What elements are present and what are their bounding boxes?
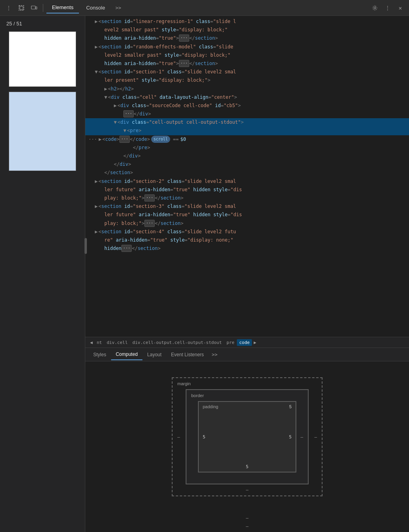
more-options-icon[interactable]: ⋮	[3, 2, 14, 13]
tree-line[interactable]: </div>	[85, 160, 409, 169]
tree-line[interactable]: ▼ <pre>	[85, 127, 409, 135]
kebab-menu-icon[interactable]: ⋮	[382, 2, 393, 13]
slide-preview-white	[9, 31, 76, 87]
breadcrumb-item-code[interactable]: code	[237, 339, 252, 346]
slide-counter: 25 / 51	[3, 19, 25, 28]
bm-padding-label: padding	[203, 404, 218, 409]
tab-styles[interactable]: Styles	[88, 350, 111, 360]
expand-arrow[interactable]: ▶	[95, 203, 98, 210]
bm-padding-left: 5	[203, 434, 205, 440]
ellipsis[interactable]: ···	[179, 35, 189, 42]
tab-event-listeners[interactable]: Event Listeners	[166, 350, 209, 360]
tab-layout[interactable]: Layout	[142, 350, 166, 360]
tab-elements[interactable]: Elements	[46, 2, 79, 13]
bottom-dash-1: —	[246, 515, 249, 520]
tree-line[interactable]: </div>	[85, 152, 409, 160]
tree-line[interactable]: ▼ <div class="cell" data-layout-align="c…	[85, 93, 409, 102]
ellipsis[interactable]: ···	[144, 220, 155, 227]
tree-line[interactable]: ▶ <div class="sourceCode cell-code" id="…	[85, 102, 409, 110]
expand-arrow[interactable]: ▼	[104, 94, 107, 101]
tree-line-breadcrumb[interactable]: ··· ▶ <code>···</code> scroll == $0	[85, 135, 409, 144]
toolbar-separator	[43, 4, 43, 12]
tree-line[interactable]: play: block;" >···</section>	[85, 219, 409, 228]
ellipsis[interactable]: ···	[121, 245, 132, 252]
bm-border-label: border	[191, 393, 204, 398]
settings-icon[interactable]	[369, 2, 380, 13]
tree-line[interactable]: </section>	[85, 169, 409, 177]
tree-line[interactable]: ▶ <section id="section-3" class="slide l…	[85, 202, 409, 211]
expand-arrow[interactable]: ▼	[114, 119, 117, 126]
tree-line[interactable]: ler future" aria-hidden="true" hidden st…	[85, 211, 409, 219]
box-model-area: margin — — — border — padding 5 5 5 5	[85, 361, 409, 512]
svg-rect-3	[36, 7, 37, 9]
tree-line[interactable]: ler present" style="display: block;">	[85, 76, 409, 85]
close-devtools-icon[interactable]: ✕	[395, 2, 406, 13]
tree-line[interactable]: ▼ <section id="section-1" class="slide l…	[85, 68, 409, 76]
ellipsis[interactable]: ···	[119, 136, 130, 143]
slide-preview-blue	[9, 92, 76, 171]
bottom-dashes: — —	[85, 512, 409, 532]
tree-line[interactable]: hidden ···</section>	[85, 244, 409, 253]
breadcrumb-prev-arrow[interactable]: ◀	[88, 340, 94, 345]
breadcrumb-item-pre[interactable]: pre	[224, 339, 237, 346]
bottom-panel-tabs: Styles Computed Layout Event Listeners >…	[85, 348, 409, 361]
ellipsis[interactable]: ···	[123, 110, 134, 117]
tree-line[interactable]: ▶ <section id="linear-regression-1" clas…	[85, 17, 409, 26]
expand-arrow[interactable]: ▶	[95, 18, 98, 25]
slide-preview-panel: 25 / 51	[0, 16, 85, 532]
tab-computed[interactable]: Computed	[111, 349, 142, 360]
tree-line[interactable]: re" aria-hidden="true" style="display: n…	[85, 236, 409, 244]
bm-margin-left: —	[177, 434, 180, 440]
breadcrumb-next-arrow[interactable]: ▶	[252, 340, 258, 345]
bottom-dash-2: —	[246, 524, 249, 529]
expand-arrow[interactable]: ▶	[114, 102, 117, 109]
tab-console[interactable]: Console	[81, 2, 111, 13]
tree-line[interactable]: play: block;" >···</section>	[85, 194, 409, 202]
tree-line[interactable]: ▶ <section id="random-effects-model" cla…	[85, 43, 409, 51]
panel-resize-handle[interactable]	[84, 238, 87, 254]
bm-padding-right: 5	[289, 434, 292, 440]
tree-line[interactable]: </pre>	[85, 144, 409, 152]
tree-line[interactable]: hidden aria-hidden="true" >···</section>	[85, 34, 409, 42]
breadcrumb-item-divcell[interactable]: div.cell	[104, 339, 130, 346]
tree-line[interactable]: ler future" aria-hidden="true" hidden st…	[85, 186, 409, 194]
expand-arrow[interactable]: ▶	[95, 178, 98, 185]
bm-padding-top: 5	[289, 404, 292, 409]
select-element-icon[interactable]	[16, 2, 27, 13]
tree-line[interactable]: ▶ <section id="section-2" class="slide l…	[85, 177, 409, 186]
devtools-toolbar: ⋮ Elements Console >> ⋮ ✕	[0, 0, 409, 16]
svg-point-4	[374, 7, 376, 9]
tab-more-bottom[interactable]: >>	[209, 350, 221, 360]
bm-margin-label: margin	[177, 381, 191, 386]
breadcrumb-item-nt[interactable]: nt	[94, 339, 104, 346]
expand-arrow[interactable]: ▶	[99, 136, 102, 143]
device-toolbar-icon[interactable]	[29, 2, 40, 13]
tab-more[interactable]: >>	[112, 3, 124, 13]
expand-arrow[interactable]: ▶	[104, 85, 107, 93]
toolbar-right: ⋮ ✕	[369, 2, 406, 13]
tree-line[interactable]: level2 smaller past" style="display: blo…	[85, 51, 409, 60]
expand-arrow[interactable]: ▼	[123, 127, 126, 134]
tree-line[interactable]: ▶ <h2></h2>	[85, 85, 409, 93]
bm-margin-bottom: —	[246, 487, 249, 492]
bm-margin-right: —	[314, 434, 317, 440]
html-tree[interactable]: ▶ <section id="linear-regression-1" clas…	[85, 16, 409, 337]
breadcrumb-item-celloutput[interactable]: div.cell-output.cell-output-stdout	[130, 339, 224, 346]
bm-border-right: —	[300, 434, 303, 440]
tree-line[interactable]: evel2 smaller past" style="display: bloc…	[85, 26, 409, 34]
box-model-diagram: margin — — — border — padding 5 5 5 5	[172, 377, 323, 496]
tree-line[interactable]: ▶ <section id="section-4" class="slide l…	[85, 228, 409, 236]
breadcrumb-bar: ◀ nt div.cell div.cell-output.cell-outpu…	[85, 337, 409, 348]
tree-line[interactable]: ···</div>	[85, 110, 409, 118]
devtools-right-panel: ▶ <section id="linear-regression-1" clas…	[85, 16, 409, 532]
expand-arrow[interactable]: ▶	[95, 228, 98, 236]
svg-rect-1	[20, 6, 23, 10]
expand-arrow[interactable]: ▼	[95, 68, 98, 76]
tree-line[interactable]: hidden aria-hidden="true" >···</section>	[85, 60, 409, 68]
tree-line-selected[interactable]: ▼ <div class="cell-output cell-output-st…	[85, 118, 409, 127]
ellipsis[interactable]: ···	[179, 60, 189, 67]
expand-arrow[interactable]: ▶	[95, 43, 98, 51]
main-layout: 25 / 51 ▶ <section id="linear-regression…	[0, 16, 409, 532]
ellipsis[interactable]: ···	[144, 194, 155, 202]
bm-padding-box: padding 5 5 5 5	[198, 401, 296, 472]
